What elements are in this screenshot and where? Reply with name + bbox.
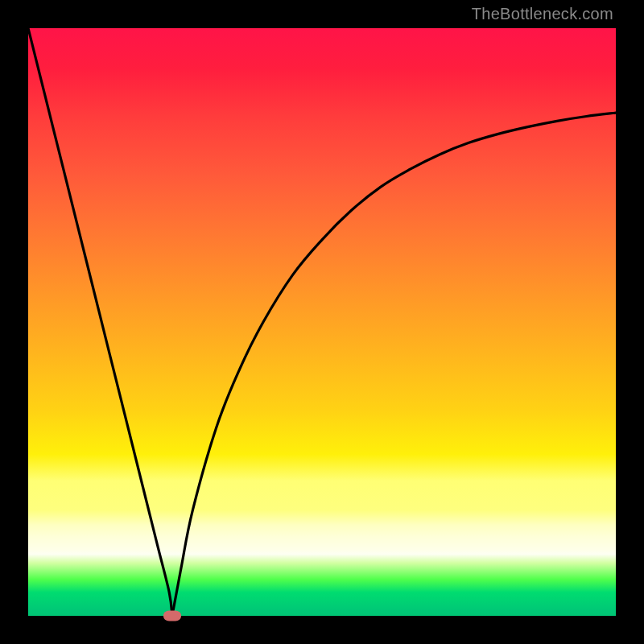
bottleneck-curve	[28, 28, 616, 616]
curve-left-branch	[28, 28, 172, 616]
curve-right-branch	[172, 113, 616, 616]
minimum-marker	[163, 611, 181, 621]
chart-frame: TheBottleneck.com	[0, 0, 644, 644]
plot-area	[28, 28, 616, 616]
attribution-text: TheBottleneck.com	[472, 5, 613, 23]
